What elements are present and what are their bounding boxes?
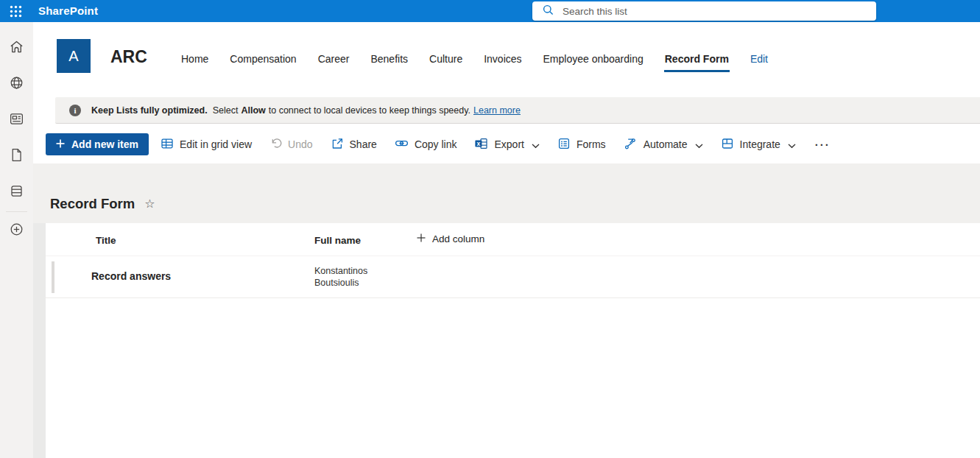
nav-item-employee-onboarding[interactable]: Employee onboarding xyxy=(543,53,644,65)
plus-icon xyxy=(56,138,65,150)
share-icon xyxy=(331,137,344,152)
page-title: Record Form xyxy=(50,196,135,212)
nav-item-home[interactable]: Home xyxy=(181,53,208,65)
site-logo[interactable]: A xyxy=(57,39,91,73)
list-header-row: Title Full name Add column xyxy=(46,223,980,256)
home-icon[interactable] xyxy=(8,38,25,55)
share-button[interactable]: Share xyxy=(331,137,377,152)
chevron-down-icon xyxy=(532,139,540,151)
link-icon xyxy=(395,136,409,152)
app-launcher-waffle-icon[interactable] xyxy=(10,5,22,18)
chevron-down-icon xyxy=(788,139,796,151)
suite-bar: SharePoint xyxy=(0,0,980,22)
edit-in-grid-view-button[interactable]: Edit in grid view xyxy=(161,137,252,152)
site-title[interactable]: ARC xyxy=(110,47,147,67)
add-new-item-button[interactable]: Add new item xyxy=(46,133,149,155)
copy-link-button[interactable]: Copy link xyxy=(395,136,457,152)
export-button[interactable]: x Export xyxy=(474,137,539,152)
column-header-full-name[interactable]: Full name xyxy=(314,235,361,246)
nav-item-compensation[interactable]: Compensation xyxy=(230,53,296,65)
forms-button[interactable]: Forms xyxy=(557,137,606,152)
plus-icon xyxy=(417,233,426,244)
banner-lead-text: Keep Lists fully optimized. xyxy=(91,105,208,116)
more-commands-button[interactable]: ··· xyxy=(815,138,831,151)
nav-item-career[interactable]: Career xyxy=(318,53,350,65)
chevron-down-icon xyxy=(695,139,703,151)
my-lists-icon[interactable] xyxy=(8,183,25,200)
add-column-button[interactable]: Add column xyxy=(417,233,484,244)
search-input[interactable] xyxy=(561,5,841,18)
globe-icon[interactable] xyxy=(8,74,25,91)
automate-flow-icon xyxy=(624,137,638,152)
list-title-row: Record Form ☆ xyxy=(50,196,155,212)
nav-item-culture[interactable]: Culture xyxy=(429,53,462,65)
nav-item-invoices[interactable]: Invoices xyxy=(484,53,521,65)
create-plus-icon[interactable] xyxy=(8,221,25,238)
row-left-accent xyxy=(52,261,54,293)
cell-full-name: Konstantinos Boutsioulis xyxy=(314,265,387,289)
title-band xyxy=(33,163,980,223)
svg-text:x: x xyxy=(477,139,481,147)
learn-more-link[interactable]: Learn more xyxy=(473,105,521,116)
info-icon: i xyxy=(69,105,81,116)
cell-title[interactable]: Record answers xyxy=(91,270,171,282)
site-navigation: Home Compensation Career Benefits Cultur… xyxy=(181,22,768,96)
banner-rest-text: to connect to local devices to keep thin… xyxy=(269,105,470,116)
excel-export-icon: x xyxy=(474,137,488,152)
integrate-icon xyxy=(721,137,734,152)
forms-icon xyxy=(557,137,571,152)
sharepoint-logo-text[interactable]: SharePoint xyxy=(38,4,98,17)
content-left-gutter xyxy=(33,223,46,458)
optimization-banner: i Keep Lists fully optimized. Select All… xyxy=(55,97,980,124)
site-header: A ARC Home Compensation Career Benefits … xyxy=(33,22,980,96)
column-header-title[interactable]: Title xyxy=(96,235,116,246)
nav-item-edit[interactable]: Edit xyxy=(750,53,768,65)
search-box[interactable] xyxy=(532,1,876,21)
undo-icon xyxy=(269,137,282,152)
banner-select-text: Select xyxy=(213,105,239,116)
grid-icon xyxy=(161,137,174,152)
command-bar: Add new item Edit in grid view Undo Shar… xyxy=(46,125,980,163)
nav-item-record-form-active[interactable]: Record Form xyxy=(665,53,729,65)
undo-button[interactable]: Undo xyxy=(269,137,312,152)
news-icon[interactable] xyxy=(8,110,25,127)
integrate-button[interactable]: Integrate xyxy=(721,137,796,152)
document-icon[interactable] xyxy=(8,147,25,163)
app-bar xyxy=(0,22,33,458)
favorite-star-icon[interactable]: ☆ xyxy=(144,198,155,210)
automate-button[interactable]: Automate xyxy=(624,137,703,152)
search-icon xyxy=(543,4,561,18)
banner-allow-text: Allow xyxy=(241,105,265,116)
app-bar-divider xyxy=(6,211,27,212)
nav-item-benefits[interactable]: Benefits xyxy=(370,53,408,65)
table-row[interactable]: Record answers Konstantinos Boutsioulis xyxy=(46,256,980,298)
